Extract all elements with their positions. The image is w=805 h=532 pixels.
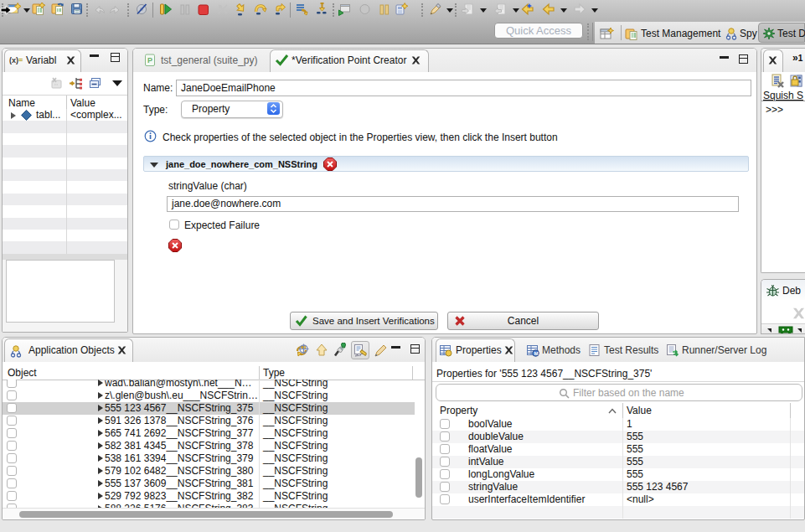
svg-text:P: P bbox=[147, 56, 152, 65]
svg-text:M: M bbox=[534, 351, 539, 356]
